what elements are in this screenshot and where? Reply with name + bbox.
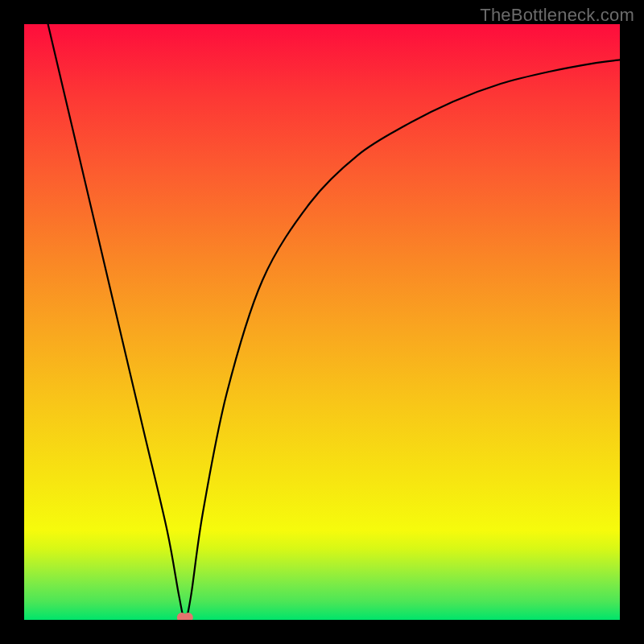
min-marker-2 xyxy=(184,613,193,620)
bottleneck-curve xyxy=(48,24,620,620)
plot-area xyxy=(24,24,620,620)
curve-layer xyxy=(24,24,620,620)
watermark-text: TheBottleneck.com xyxy=(480,5,634,26)
chart-frame: TheBottleneck.com xyxy=(0,0,644,644)
